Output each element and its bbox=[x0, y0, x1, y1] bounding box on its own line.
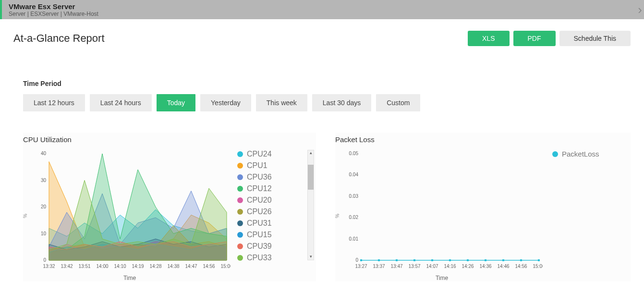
packet-legend: PacketLoss bbox=[552, 150, 631, 158]
svg-text:14:19: 14:19 bbox=[132, 264, 144, 269]
svg-text:14:10: 14:10 bbox=[114, 264, 126, 269]
legend-label: CPU39 bbox=[247, 242, 272, 251]
svg-text:13:47: 13:47 bbox=[390, 264, 402, 269]
svg-text:13:57: 13:57 bbox=[408, 264, 420, 269]
legend-dot-icon bbox=[237, 209, 243, 215]
svg-text:14:07: 14:07 bbox=[426, 264, 438, 269]
svg-text:14:00: 14:00 bbox=[96, 264, 108, 269]
expand-chevron-icon[interactable]: › bbox=[638, 0, 644, 19]
svg-rect-37 bbox=[431, 259, 433, 261]
legend-item-cpu33[interactable]: CPU33 bbox=[237, 254, 316, 262]
packet-y-axis-label: % bbox=[335, 214, 340, 218]
svg-rect-42 bbox=[520, 259, 522, 261]
svg-rect-36 bbox=[413, 259, 415, 261]
packet-panel-title: Packet Loss bbox=[335, 135, 631, 144]
svg-rect-33 bbox=[360, 259, 362, 261]
svg-text:0.04: 0.04 bbox=[349, 172, 359, 177]
svg-text:14:47: 14:47 bbox=[185, 264, 197, 269]
svg-text:0: 0 bbox=[355, 257, 358, 263]
legend-dot-icon bbox=[237, 220, 243, 226]
legend-item-cpu24[interactable]: CPU24 bbox=[237, 150, 316, 158]
svg-rect-41 bbox=[502, 259, 504, 261]
time-period-last-12-hours[interactable]: Last 12 hours bbox=[23, 94, 85, 111]
page-title: At-a-Glance Report bbox=[13, 32, 105, 45]
legend-dot-icon bbox=[237, 197, 243, 203]
svg-text:0.03: 0.03 bbox=[349, 194, 359, 199]
svg-text:14:56: 14:56 bbox=[515, 264, 527, 269]
time-period-chips: Last 12 hoursLast 24 hoursTodayYesterday… bbox=[23, 94, 631, 111]
legend-item-cpu31[interactable]: CPU31 bbox=[237, 219, 316, 228]
svg-text:15:06: 15:06 bbox=[220, 264, 231, 269]
time-period-custom[interactable]: Custom bbox=[376, 94, 420, 111]
svg-text:40: 40 bbox=[41, 151, 47, 156]
svg-text:14:36: 14:36 bbox=[479, 264, 491, 269]
svg-text:14:16: 14:16 bbox=[444, 264, 456, 269]
svg-text:13:27: 13:27 bbox=[355, 264, 367, 269]
time-period-yesterday[interactable]: Yesterday bbox=[200, 94, 251, 111]
legend-dot-icon bbox=[237, 174, 243, 180]
svg-text:0.01: 0.01 bbox=[349, 236, 359, 242]
legend-item-cpu12[interactable]: CPU12 bbox=[237, 184, 316, 193]
legend-item-cpu36[interactable]: CPU36 bbox=[237, 173, 316, 182]
legend-label: PacketLoss bbox=[562, 150, 599, 158]
legend-label: CPU31 bbox=[247, 219, 272, 228]
time-period-today[interactable]: Today bbox=[157, 94, 195, 111]
legend-label: CPU24 bbox=[247, 150, 272, 158]
packet-chart: 00.010.020.030.040.0513:2713:3713:4713:5… bbox=[341, 150, 543, 270]
xls-button[interactable]: XLS bbox=[468, 31, 509, 46]
svg-text:13:42: 13:42 bbox=[61, 264, 73, 269]
svg-rect-38 bbox=[449, 259, 451, 261]
svg-text:20: 20 bbox=[41, 204, 47, 209]
svg-text:15:06: 15:06 bbox=[533, 264, 543, 269]
topbar: VMware Esx Server Server | ESXServer | V… bbox=[0, 0, 644, 19]
legend-dot-icon bbox=[237, 186, 243, 192]
svg-text:14:38: 14:38 bbox=[167, 264, 179, 269]
svg-rect-39 bbox=[467, 259, 469, 261]
svg-text:10: 10 bbox=[41, 231, 47, 236]
pdf-button[interactable]: PDF bbox=[513, 31, 556, 46]
legend-item-cpu20[interactable]: CPU20 bbox=[237, 196, 316, 205]
scroll-up-icon[interactable]: ▴ bbox=[308, 150, 314, 156]
cpu-legend-scrollbar[interactable]: ▴ ▾ bbox=[307, 150, 314, 260]
legend-item-cpu1[interactable]: CPU1 bbox=[237, 161, 316, 170]
schedule-button[interactable]: Schedule This bbox=[559, 31, 631, 46]
breadcrumb: Server | ESXServer | VMware-Host bbox=[9, 11, 98, 17]
svg-text:13:32: 13:32 bbox=[43, 264, 55, 269]
legend-label: CPU36 bbox=[247, 173, 272, 182]
scroll-thumb[interactable] bbox=[308, 165, 314, 190]
legend-label: CPU20 bbox=[247, 196, 272, 205]
svg-text:13:37: 13:37 bbox=[373, 264, 385, 269]
time-period-last-24-hours[interactable]: Last 24 hours bbox=[90, 94, 152, 111]
svg-text:14:28: 14:28 bbox=[149, 264, 161, 269]
server-title: VMware Esx Server bbox=[9, 2, 98, 11]
legend-item-cpu39[interactable]: CPU39 bbox=[237, 242, 316, 251]
svg-rect-34 bbox=[378, 259, 380, 261]
legend-dot-icon bbox=[237, 232, 243, 238]
cpu-chart: 01020304013:3213:4213:5114:0014:1014:191… bbox=[29, 150, 231, 270]
legend-label: CPU1 bbox=[247, 161, 267, 170]
cpu-x-axis-label: Time bbox=[29, 275, 231, 281]
legend-dot-icon bbox=[237, 163, 243, 169]
legend-item-packetloss[interactable]: PacketLoss bbox=[552, 150, 631, 158]
time-period-last-30-days[interactable]: Last 30 days bbox=[312, 94, 371, 111]
legend-dot-icon bbox=[237, 243, 243, 249]
svg-text:0.02: 0.02 bbox=[349, 215, 359, 220]
time-period-this-week[interactable]: This week bbox=[256, 94, 307, 111]
legend-dot-icon bbox=[237, 151, 243, 157]
legend-item-cpu26[interactable]: CPU26 bbox=[237, 207, 316, 216]
svg-rect-43 bbox=[538, 259, 540, 261]
svg-text:30: 30 bbox=[41, 178, 47, 183]
legend-label: CPU33 bbox=[247, 254, 272, 262]
svg-text:0.05: 0.05 bbox=[349, 151, 359, 156]
svg-text:14:46: 14:46 bbox=[497, 264, 509, 269]
svg-rect-40 bbox=[485, 259, 486, 261]
cpu-legend: CPU24CPU1CPU36CPU12CPU20CPU26CPU31CPU15C… bbox=[237, 150, 316, 262]
legend-label: CPU15 bbox=[247, 230, 272, 239]
scroll-down-icon[interactable]: ▾ bbox=[308, 254, 314, 260]
svg-text:14:56: 14:56 bbox=[203, 264, 215, 269]
svg-text:14:26: 14:26 bbox=[462, 264, 474, 269]
svg-text:0: 0 bbox=[43, 257, 46, 263]
legend-item-cpu15[interactable]: CPU15 bbox=[237, 230, 316, 239]
cpu-y-axis-label: % bbox=[23, 214, 28, 218]
legend-dot-icon bbox=[552, 151, 558, 157]
